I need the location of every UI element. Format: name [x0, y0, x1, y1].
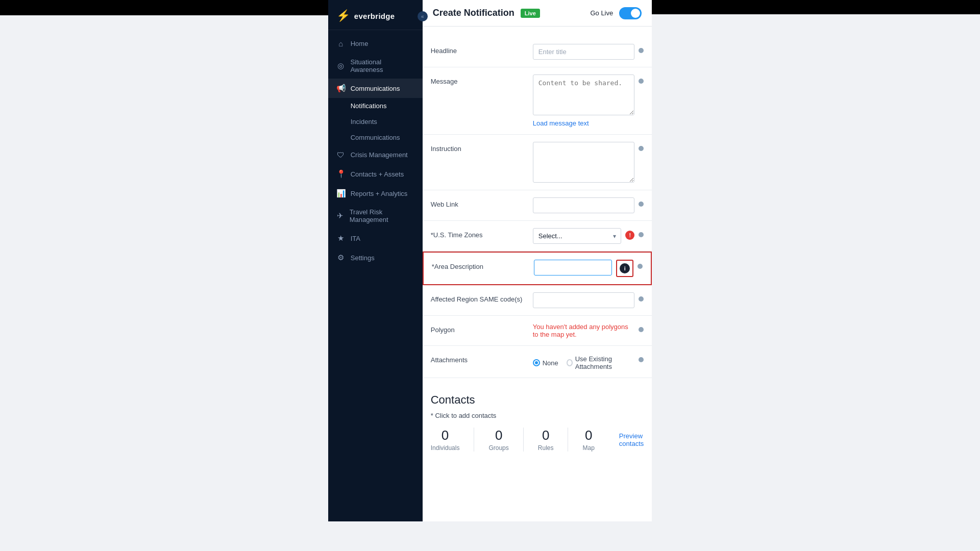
- sidebar-item-communications[interactable]: 📢 Communications: [328, 79, 423, 98]
- logo-icon: ⚡: [336, 9, 350, 22]
- weblink-input[interactable]: [533, 197, 635, 213]
- home-icon: ⌂: [336, 39, 346, 48]
- area-description-input[interactable]: [534, 260, 612, 276]
- sidebar-item-communications-sub[interactable]: Communications: [328, 130, 423, 145]
- stat-rules-label: Rules: [538, 444, 554, 452]
- sidebar-item-settings[interactable]: ⚙ Settings: [328, 248, 423, 267]
- logo-text: everbridge: [354, 12, 395, 20]
- attachments-radio-group: None Use Existing Attachments: [533, 353, 635, 370]
- timezone-row: *U.S. Time Zones Select... Eastern Centr…: [423, 221, 652, 252]
- attachments-label: Attachments: [431, 353, 533, 364]
- attachments-row: Attachments None Use Existing Attachment…: [423, 346, 652, 378]
- area-description-row: *Area Description i: [423, 252, 652, 285]
- stat-groups[interactable]: 0 Groups: [474, 428, 523, 452]
- affected-region-control: [533, 292, 644, 308]
- go-live-label: Go Live: [590, 9, 613, 17]
- top-black-bar: [0, 0, 328, 15]
- settings-icon: ⚙: [336, 253, 346, 262]
- click-hint-text[interactable]: Click to add contacts: [435, 412, 496, 419]
- sidebar-item-communications-label: Communications: [351, 85, 400, 92]
- sidebar-item-ita[interactable]: ★ ITA: [328, 229, 423, 248]
- headline-input[interactable]: [533, 44, 635, 60]
- timezone-error-icon: !: [625, 231, 634, 240]
- sidebar-item-travel-risk[interactable]: ✈ Travel Risk Management: [328, 203, 423, 229]
- contacts-section: Contacts * Click to add contacts 0 Indiv…: [423, 378, 652, 462]
- sidebar-item-incidents[interactable]: Incidents: [328, 114, 423, 130]
- polygon-row: Polygon You haven't added any polygons t…: [423, 316, 652, 346]
- polygon-label: Polygon: [431, 323, 533, 334]
- headline-row: Headline: [423, 37, 652, 67]
- stat-groups-label: Groups: [488, 444, 508, 452]
- form-container: Headline Message Load message text: [423, 27, 652, 482]
- timezone-control: Select... Eastern Central Mountain Pacif…: [533, 228, 644, 244]
- sidebar-item-communications-sub-label: Communications: [351, 134, 400, 141]
- stat-map-label: Map: [582, 444, 594, 452]
- stat-individuals-label: Individuals: [431, 444, 460, 452]
- ita-icon: ★: [336, 234, 346, 243]
- topbar: Create Notification Live Go Live: [423, 0, 652, 27]
- go-live-toggle[interactable]: [619, 7, 642, 19]
- weblink-label: Web Link: [431, 197, 533, 208]
- instruction-row: Instruction: [423, 135, 652, 190]
- load-message-link[interactable]: Load message text: [533, 117, 589, 127]
- attachments-none-radio[interactable]: [533, 359, 540, 366]
- sidebar-item-crisis-management[interactable]: 🛡 Crisis Management: [328, 145, 423, 164]
- timezone-select[interactable]: Select... Eastern Central Mountain Pacif…: [533, 228, 622, 244]
- attachments-existing-label: Use Existing Attachments: [575, 355, 635, 370]
- attachments-control: None Use Existing Attachments: [533, 353, 644, 370]
- area-description-label: *Area Description: [432, 260, 534, 270]
- affected-region-input[interactable]: [533, 292, 635, 308]
- attachments-existing-option[interactable]: Use Existing Attachments: [567, 355, 634, 370]
- situational-awareness-icon: ◎: [336, 61, 346, 70]
- stat-rules-value: 0: [542, 428, 549, 443]
- polygon-control: You haven't added any polygons to the ma…: [533, 323, 644, 338]
- headline-control: [533, 44, 644, 60]
- polygon-info-dot: [639, 327, 644, 332]
- reports-analytics-icon: 📊: [336, 189, 346, 198]
- contacts-title: Contacts: [431, 393, 644, 407]
- sidebar-item-contacts-assets[interactable]: 📍 Contacts + Assets: [328, 164, 423, 184]
- timezone-label: *U.S. Time Zones: [431, 228, 533, 239]
- affected-region-row: Affected Region SAME code(s): [423, 285, 652, 316]
- sidebar-collapse-button[interactable]: «: [418, 11, 428, 21]
- sidebar-item-notifications[interactable]: Notifications: [328, 98, 423, 114]
- instruction-info-dot: [639, 146, 644, 151]
- stat-map[interactable]: 0 Map: [568, 428, 608, 452]
- stat-individuals[interactable]: 0 Individuals: [431, 428, 475, 452]
- sidebar-item-home[interactable]: ⌂ Home: [328, 34, 423, 53]
- stat-rules[interactable]: 0 Rules: [524, 428, 569, 452]
- contacts-stats: 0 Individuals 0 Groups 0 Rules 0: [431, 428, 644, 452]
- main-area: Create Notification Live Go Live Headlin…: [423, 0, 652, 521]
- sidebar: ⚡ everbridge « ⌂ Home ◎ Situational Awar…: [328, 0, 423, 521]
- message-textarea[interactable]: [533, 74, 635, 115]
- affected-region-label: Affected Region SAME code(s): [431, 292, 533, 303]
- sidebar-item-reports-analytics[interactable]: 📊 Reports + Analytics: [328, 184, 423, 203]
- sidebar-item-situational-awareness[interactable]: ◎ Situational Awareness: [328, 53, 423, 79]
- contacts-click-hint: * Click to add contacts: [431, 412, 644, 419]
- stat-individuals-value: 0: [442, 428, 449, 443]
- timezone-select-wrap: Select... Eastern Central Mountain Pacif…: [533, 228, 622, 244]
- stat-groups-value: 0: [495, 428, 502, 443]
- area-description-info-button[interactable]: i: [616, 260, 633, 277]
- sidebar-item-contacts-assets-label: Contacts + Assets: [351, 170, 404, 178]
- sidebar-item-reports-analytics-label: Reports + Analytics: [351, 190, 408, 197]
- sidebar-item-notifications-label: Notifications: [351, 102, 387, 110]
- instruction-textarea[interactable]: [533, 142, 635, 183]
- attachments-existing-radio[interactable]: [567, 359, 573, 366]
- stat-map-value: 0: [585, 428, 592, 443]
- attachments-none-label: None: [543, 359, 558, 367]
- info-icon: i: [620, 263, 630, 273]
- sidebar-item-crisis-management-label: Crisis Management: [351, 151, 408, 159]
- sidebar-item-ita-label: ITA: [351, 235, 360, 242]
- affected-region-info-dot: [639, 296, 644, 302]
- bottom-black-bar: [652, 0, 980, 14]
- message-info-dot: [639, 79, 644, 84]
- travel-risk-icon: ✈: [336, 211, 345, 220]
- sidebar-logo: ⚡ everbridge: [328, 0, 423, 30]
- message-row: Message Load message text: [423, 67, 652, 135]
- message-label: Message: [431, 74, 533, 85]
- crisis-management-icon: 🛡: [336, 151, 346, 159]
- preview-contacts-link[interactable]: Preview contacts: [619, 432, 644, 447]
- attachments-none-option[interactable]: None: [533, 359, 558, 367]
- sidebar-item-home-label: Home: [351, 40, 369, 47]
